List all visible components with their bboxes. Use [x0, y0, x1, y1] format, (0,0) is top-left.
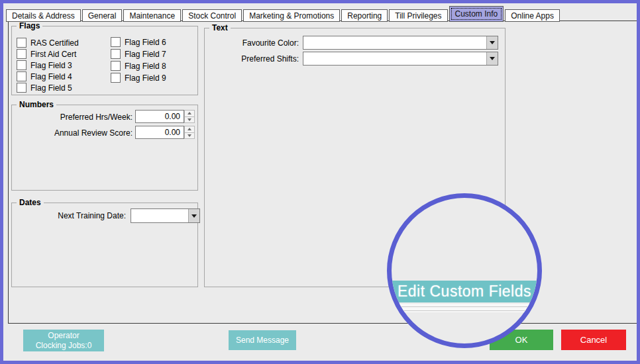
checkbox-row: Flag Field 4	[17, 71, 72, 81]
checkbox-label: First Aid Cert	[30, 50, 76, 59]
dropdown-value	[303, 36, 486, 49]
send-message-button[interactable]: Send Message	[229, 330, 296, 350]
button-label-line1: Operator	[48, 331, 79, 341]
preferred-shifts-dropdown[interactable]	[303, 52, 498, 66]
dropdown-button[interactable]	[486, 52, 498, 65]
next-training-date-dropdown[interactable]	[131, 208, 200, 223]
tab-strip: Details & Address General Maintenance St…	[6, 5, 561, 22]
cancel-button[interactable]: Cancel	[561, 330, 626, 350]
annual-review-score-label: Annual Review Score:	[25, 128, 133, 138]
dropdown-value	[303, 52, 486, 65]
checkbox-label: RAS Certified	[30, 38, 79, 48]
magnified-border-line	[387, 306, 542, 307]
up-arrow-icon	[187, 112, 191, 114]
custom-info-tab-page: Flags RAS Certified First Aid Cert Flag …	[8, 21, 637, 324]
dates-group-title: Dates	[17, 198, 44, 207]
checkbox-row: First Aid Cert	[17, 49, 76, 59]
dropdown-value	[131, 209, 188, 222]
employee-settings-window: Details & Address General Maintenance St…	[0, 0, 640, 364]
tab-custom-info[interactable]: Custom Info	[449, 6, 504, 22]
operator-clocking-jobs-button[interactable]: Operator Clocking Jobs:0	[23, 330, 104, 351]
tab-stock-control[interactable]: Stock Control	[182, 9, 242, 22]
preferred-hrs-week-stepper	[184, 110, 195, 123]
flag-field-3-checkbox[interactable]	[17, 60, 27, 70]
checkbox-row: Flag Field 9	[111, 73, 166, 83]
favourite-color-label: Favourite Color:	[217, 38, 299, 48]
dropdown-button[interactable]	[188, 209, 199, 222]
flag-field-8-checkbox[interactable]	[111, 61, 121, 71]
preferred-shifts-label: Preferred Shifts:	[217, 54, 299, 64]
favourite-color-dropdown[interactable]	[303, 36, 498, 50]
step-up-button[interactable]	[184, 126, 195, 133]
down-arrow-icon	[187, 134, 191, 137]
checkbox-label: Flag Field 3	[30, 61, 72, 70]
checkbox-label: Flag Field 7	[125, 50, 166, 59]
button-label-line2: Clocking Jobs:0	[36, 341, 92, 351]
checkbox-row: Flag Field 6	[111, 37, 166, 47]
next-training-date-label: Next Training Date:	[25, 211, 126, 220]
flags-group-title: Flags	[17, 21, 42, 30]
numbers-group-title: Numbers	[17, 100, 56, 109]
flag-field-9-checkbox[interactable]	[111, 73, 121, 83]
preferred-hrs-week-label: Preferred Hrs/Week:	[25, 113, 133, 122]
down-arrow-icon	[187, 118, 191, 121]
checkbox-label: Flag Field 6	[125, 38, 166, 47]
magnified-panel-edge	[387, 304, 542, 312]
annual-review-score-stepper	[184, 126, 195, 139]
tab-details-address[interactable]: Details & Address	[6, 9, 81, 22]
step-down-button[interactable]	[184, 117, 195, 124]
checkbox-row: Flag Field 8	[111, 61, 166, 71]
tab-marketing-promotions[interactable]: Marketing & Promotions	[243, 9, 340, 22]
checkbox-row: Flag Field 5	[17, 83, 72, 93]
checkbox-label: Flag Field 4	[30, 72, 72, 81]
flag-field-5-checkbox[interactable]	[17, 83, 27, 93]
chevron-down-icon	[191, 214, 197, 218]
tab-maintenance[interactable]: Maintenance	[123, 9, 181, 22]
magnified-border-line	[387, 310, 542, 311]
chevron-down-icon	[490, 41, 495, 44]
checkbox-row: Flag Field 7	[111, 49, 166, 59]
checkbox-row: RAS Certified	[17, 38, 79, 48]
checkbox-row: Flag Field 3	[17, 60, 72, 70]
dropdown-button[interactable]	[486, 36, 498, 49]
preferred-hrs-week-field[interactable]: 0.00	[135, 110, 184, 123]
annual-review-score-field[interactable]: 0.00	[135, 126, 184, 139]
step-up-button[interactable]	[184, 110, 195, 117]
tab-general[interactable]: General	[82, 9, 123, 22]
edit-custom-fields-label: Edit Custom Fields	[398, 283, 531, 300]
text-group-title: Text	[209, 23, 231, 32]
checkbox-label: Flag Field 9	[125, 73, 166, 83]
checkbox-label: Flag Field 5	[30, 83, 72, 93]
flag-field-4-checkbox[interactable]	[17, 71, 27, 81]
tab-online-apps[interactable]: Online Apps	[505, 9, 560, 22]
tab-till-privileges[interactable]: Till Privileges	[389, 9, 447, 22]
numbers-groupbox: Numbers Preferred Hrs/Week: 0.00 Annual …	[11, 105, 198, 191]
magnifier-callout: Edit Custom Fields	[387, 193, 542, 348]
edit-custom-fields-button[interactable]: Edit Custom Fields	[387, 281, 542, 302]
chevron-down-icon	[490, 57, 495, 60]
flags-groupbox: Flags RAS Certified First Aid Cert Flag …	[11, 26, 198, 95]
tab-reporting[interactable]: Reporting	[341, 9, 388, 22]
flag-field-6-checkbox[interactable]	[111, 37, 121, 47]
up-arrow-icon	[187, 128, 191, 130]
dates-groupbox: Dates Next Training Date:	[11, 203, 198, 287]
flag-field-7-checkbox[interactable]	[111, 49, 121, 59]
checkbox-label: Flag Field 8	[125, 62, 166, 71]
first-aid-cert-checkbox[interactable]	[17, 49, 27, 59]
ras-certified-checkbox[interactable]	[17, 38, 27, 48]
step-down-button[interactable]	[184, 133, 195, 140]
